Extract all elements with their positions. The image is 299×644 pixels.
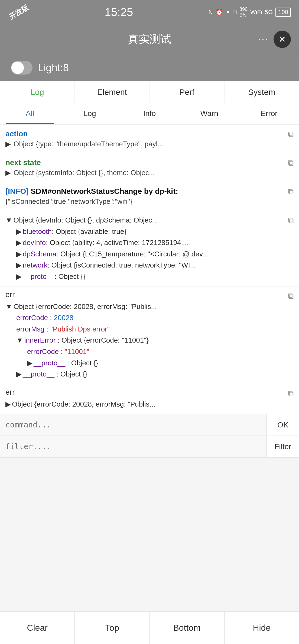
wifi-icon: WiFi	[250, 9, 262, 16]
tree-line-root: ▼ Object {devInfo: Object {}, dpSchema: …	[5, 215, 294, 226]
tree-line-inner-errorcode: errorCode : "11001"	[5, 346, 294, 358]
expand-icon[interactable]: ▶	[5, 399, 11, 410]
expand-icon[interactable]: ▼	[5, 301, 12, 313]
arrow-icon: ▶	[5, 140, 11, 148]
entry-next-state-label: next state	[5, 158, 294, 167]
command-row: OK	[0, 414, 299, 436]
battery-icon: 100	[275, 8, 291, 17]
tree-line-inner-proto: ▶ __proto__ : Object {}	[5, 358, 294, 369]
status-icons: N ⏰ ✦ □ 890B/s WiFi 5G 100	[209, 7, 291, 18]
log-entry-err-1: err ⧉ ▼ Object {errorCode: 20028, errorM…	[0, 286, 299, 384]
status-bar: 开发版 15:25 N ⏰ ✦ □ 890B/s WiFi 5G 100	[0, 0, 299, 24]
copy-icon[interactable]: ⧉	[288, 216, 294, 225]
filter-input[interactable]	[0, 436, 266, 457]
tree-line-errorcode: errorCode : 20028	[5, 312, 294, 324]
bottom-bar: Clear Top Bottom Hide	[0, 611, 299, 644]
copy-icon[interactable]: ⧉	[288, 130, 294, 139]
tree-line-errormsg: errorMsg : "Publish Dps error"	[5, 324, 294, 335]
filter-button[interactable]: Filter	[266, 436, 299, 457]
light-label: Light:8	[38, 62, 69, 74]
entry-err-2-label: err	[5, 388, 294, 397]
entry-action-value: ▶ Object {type: "theme/updateThemeType",…	[5, 140, 294, 148]
copy-icon[interactable]: ⧉	[288, 291, 294, 301]
log-content: action ▶ Object {type: "theme/updateThem…	[0, 125, 299, 414]
copy-icon[interactable]: ⧉	[288, 389, 294, 398]
data-speed: 890B/s	[239, 7, 248, 18]
expand-icon[interactable]: ▶	[16, 260, 22, 271]
log-entry-action: action ▶ Object {type: "theme/updateThem…	[0, 125, 299, 153]
tree-line-err2-root: ▶ Object {errorCode: 20028, errorMsg: "P…	[5, 399, 294, 410]
nfc-icon: N	[209, 9, 213, 16]
vibrate-icon: □	[233, 9, 237, 16]
tab-log-filter[interactable]: Log	[60, 103, 120, 124]
arrow-icon: ▶	[5, 169, 11, 177]
tab-info-filter[interactable]: Info	[120, 103, 180, 124]
entry-err-1-label: err	[5, 290, 294, 299]
tab-all[interactable]: All	[0, 103, 60, 124]
signal-icon: 5G	[265, 9, 273, 16]
title-bar: 真实测试 ··· ✕	[0, 24, 299, 54]
ok-button[interactable]: OK	[266, 414, 299, 436]
entry-info-label: [INFO] SDM#onNetworkStatusChange by dp-k…	[5, 187, 294, 196]
expand-icon[interactable]: ▶	[16, 237, 22, 249]
light-toggle[interactable]	[11, 61, 32, 75]
copy-icon[interactable]: ⧉	[288, 187, 294, 197]
log-entry-object-tree: ⧉ ▼ Object {devInfo: Object {}, dpSchema…	[0, 211, 299, 286]
tab-perf[interactable]: Perf	[150, 81, 225, 103]
tab-warn-filter[interactable]: Warn	[179, 103, 239, 124]
tab-log[interactable]: Log	[0, 81, 75, 103]
dev-label: 开发版	[8, 4, 30, 21]
light-area: Light:8	[0, 54, 299, 81]
tree-line-bluetooth: ▶ bluetooth : Object {available: true}	[5, 226, 294, 237]
tab-bar-primary: Log Element Perf System	[0, 81, 299, 103]
entry-action-label: action	[5, 130, 294, 138]
expand-icon[interactable]: ▶	[16, 249, 22, 260]
tree-line-dpschema: ▶ dpSchema : Object {LC15_temperature: "…	[5, 249, 294, 260]
status-time: 15:25	[105, 6, 133, 19]
close-button[interactable]: ✕	[274, 31, 291, 48]
tab-element[interactable]: Element	[75, 81, 150, 103]
tab-bar-secondary: All Log Info Warn Error	[0, 103, 299, 125]
tree-line-outer-proto: ▶ __proto__ : Object {}	[5, 369, 294, 380]
clear-button[interactable]: Clear	[0, 612, 75, 644]
entry-next-state-value: ▶ Object {systemInfo: Object {}, theme: …	[5, 169, 294, 177]
entry-info-value: {"isConnected":true,"networkType":"wifi"…	[5, 197, 294, 206]
page-title: 真实测试	[128, 32, 171, 47]
bottom-button[interactable]: Bottom	[150, 612, 225, 644]
filter-row: Filter	[0, 436, 299, 458]
expand-icon[interactable]: ▶	[27, 358, 32, 369]
log-entry-info: [INFO] SDM#onNetworkStatusChange by dp-k…	[0, 182, 299, 211]
log-entry-err-2: err ⧉ ▶ Object {errorCode: 20028, errorM…	[0, 384, 299, 414]
tab-error-filter[interactable]: Error	[239, 103, 299, 124]
log-entry-next-state: next state ▶ Object {systemInfo: Object …	[0, 153, 299, 182]
alarm-icon: ⏰	[216, 9, 223, 16]
expand-icon[interactable]: ▼	[5, 215, 12, 226]
tree-line-err-root: ▼ Object {errorCode: 20028, errorMsg: "P…	[5, 301, 294, 313]
bluetooth-icon: ✦	[226, 9, 230, 16]
expand-icon[interactable]: ▶	[16, 226, 22, 237]
input-area: OK Filter	[0, 414, 299, 458]
more-button[interactable]: ···	[258, 34, 269, 45]
tree-line-devinfo: ▶ devInfo : Object {ability: 4, activeTi…	[5, 237, 294, 249]
expand-icon[interactable]: ▶	[16, 369, 22, 380]
toggle-knob	[11, 62, 24, 74]
hide-button[interactable]: Hide	[225, 612, 299, 644]
tree-line-proto: ▶ __proto__ : Object {}	[5, 271, 294, 282]
tree-line-network: ▶ network : Object {isConnected: true, n…	[5, 260, 294, 271]
expand-icon[interactable]: ▼	[16, 335, 23, 346]
copy-icon[interactable]: ⧉	[288, 158, 294, 168]
tree-line-innererror: ▼ innerError : Object {errorCode: "11001…	[5, 335, 294, 346]
tab-system[interactable]: System	[225, 81, 299, 103]
command-input[interactable]	[0, 414, 266, 436]
expand-icon[interactable]: ▶	[16, 271, 22, 282]
top-button[interactable]: Top	[75, 612, 150, 644]
